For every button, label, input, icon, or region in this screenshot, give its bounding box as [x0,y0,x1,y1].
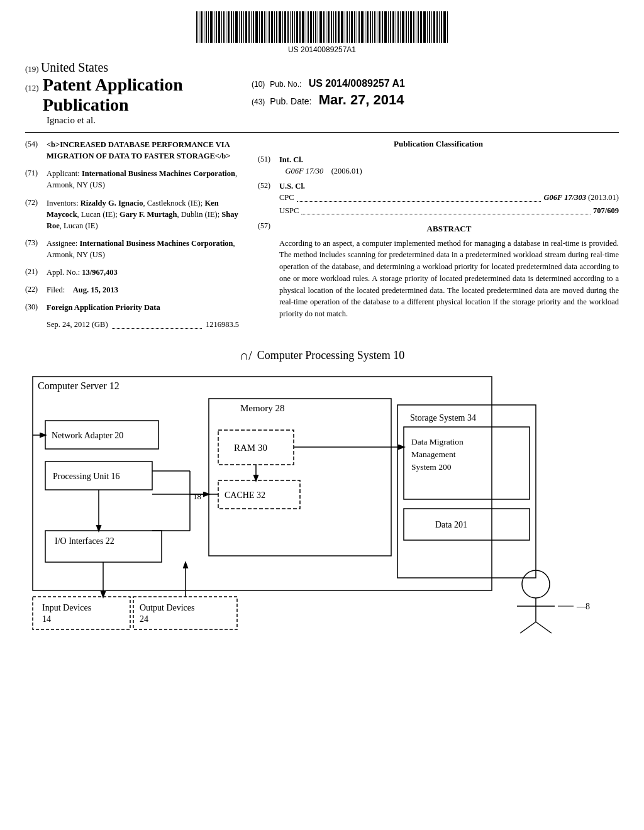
svg-rect-23 [253,11,254,43]
svg-text:Management: Management [411,450,456,459]
svg-rect-26 [261,11,263,43]
header-divider [25,132,619,133]
svg-rect-53 [331,11,332,43]
svg-rect-109 [397,405,536,578]
svg-rect-39 [294,11,295,43]
svg-rect-80 [400,11,401,43]
svg-rect-55 [335,11,336,43]
entry-73: (73) Assignee: International Business Ma… [25,238,239,260]
entry-30: (30) Foreign Application Priority Data [25,302,239,313]
svg-rect-40 [296,11,298,43]
svg-rect-52 [328,11,330,43]
svg-rect-5 [208,11,209,43]
entry-54-num: (54) [25,139,47,162]
entry-71-num: (71) [25,168,47,191]
diagram-title-row: ∩/ Computer Processing System 10 [25,348,619,363]
abstract-section: (57) ABSTRACT According to an aspect, a … [258,221,619,320]
data-migration-label: Data Migration [411,437,464,446]
svg-rect-29 [269,11,270,43]
svg-rect-50 [323,11,325,43]
cls-51-num: (51) [258,154,279,177]
svg-rect-10 [221,11,222,43]
diagram-section: ∩/ Computer Processing System 10 Compute… [0,336,644,647]
entry-72-content: Inventors: Rizaldy G. Ignacio, Castlekno… [47,197,239,231]
svg-rect-43 [306,11,306,43]
entry-73-content: Assignee: International Business Machine… [47,238,239,260]
svg-rect-30 [271,11,273,43]
memory-label: Memory 28 [240,403,284,413]
diagram-curve-symbol: ∩/ [240,348,252,363]
entry-30-num: (30) [25,302,47,313]
svg-rect-60 [349,11,350,43]
svg-rect-70 [374,11,375,43]
uspc-value: 707/609 [593,205,619,216]
diagram-svg: Computer Server 12 Memory 28 Network Ada… [26,370,618,634]
svg-rect-54 [333,11,334,43]
entry-30-content: Foreign Application Priority Data [47,302,239,313]
svg-rect-63 [357,11,357,43]
int-cl-label: Int. Cl. [279,155,303,164]
svg-rect-88 [420,11,422,43]
svg-rect-93 [433,11,435,43]
entry-54-content: <b>INCREASED DATABASE PERFORMANCE VIA MI… [47,139,239,162]
svg-rect-25 [259,11,260,43]
int-cl-year: (2006.01) [331,167,362,175]
svg-rect-31 [274,11,275,43]
network-adapter-label: Network Adapter 20 [52,431,123,440]
svg-rect-77 [392,11,394,43]
cpc-value: G06F 17/303 [543,192,586,203]
svg-rect-56 [338,11,340,43]
barcode-image [190,11,454,43]
svg-rect-98 [447,11,448,43]
svg-rect-89 [423,11,426,43]
svg-rect-78 [396,11,396,43]
svg-rect-58 [345,11,345,43]
svg-rect-51 [326,11,326,43]
svg-text:System 200: System 200 [411,462,452,472]
svg-rect-91 [429,11,430,43]
svg-rect-42 [302,11,304,43]
svg-rect-2 [201,11,203,43]
header-left: (19) United States (12) Patent Applicati… [25,60,239,126]
pub-no-text-label: Pub. No.: [270,80,301,89]
uspc-label: USPC [279,205,299,216]
svg-rect-118 [133,597,237,629]
label-19: (19) United States [25,60,239,75]
diagram-title: Computer Processing System 10 [257,349,405,362]
svg-rect-95 [439,11,440,43]
svg-rect-27 [264,11,265,43]
svg-rect-116 [33,597,130,629]
left-column: (54) <b>INCREASED DATABASE PERFORMANCE V… [25,139,239,336]
storage-system-label: Storage System 34 [410,413,476,423]
svg-rect-67 [367,11,369,43]
entry-21: (21) Appl. No.: 13/967,403 [25,267,239,278]
svg-rect-11 [223,11,225,43]
svg-rect-9 [218,11,220,43]
body-columns: (54) <b>INCREASED DATABASE PERFORMANCE V… [0,139,644,336]
svg-rect-16 [235,11,238,43]
foreign-priority-row: Sep. 24, 2012 (GB) 1216983.5 [25,320,239,331]
entry-73-num: (73) [25,238,47,260]
entry-22-num: (22) [25,284,47,296]
svg-rect-8 [216,11,217,43]
svg-rect-4 [206,11,207,43]
svg-rect-92 [431,11,432,43]
svg-rect-22 [251,11,252,43]
svg-rect-64 [358,11,360,43]
patent-header: (19) United States (12) Patent Applicati… [0,60,644,126]
svg-rect-19 [243,11,244,43]
label-12: (12) [25,83,39,93]
svg-rect-49 [319,11,322,43]
svg-rect-86 [416,11,416,43]
svg-rect-35 [284,11,286,43]
svg-line-123 [520,622,536,633]
cls-51-content: Int. Cl. G06F 17/30 (2006.01) [279,154,619,177]
svg-rect-13 [228,11,230,43]
entry-22: (22) Filed: Aug. 15, 2013 [25,284,239,296]
data-label: Data 201 [435,520,467,529]
svg-rect-48 [318,11,318,43]
svg-rect-97 [443,11,446,43]
patent-title: Patent Application Publication [43,75,239,115]
svg-rect-33 [279,11,281,43]
svg-rect-24 [255,11,258,43]
